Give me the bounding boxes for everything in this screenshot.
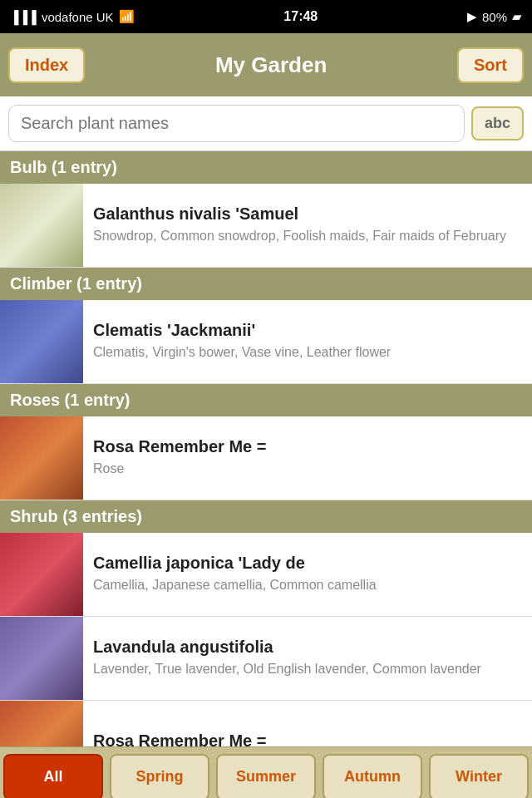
tab-autumn[interactable]: Autumn xyxy=(323,754,422,799)
plant-thumb-clematis xyxy=(0,300,83,383)
plant-info-rosa-remember-1: Rosa Remember Me =Rose xyxy=(83,416,532,500)
plant-name-rosa-remember-1: Rosa Remember Me = xyxy=(93,437,522,456)
tab-spring[interactable]: Spring xyxy=(110,754,209,799)
plant-item-camellia[interactable]: Camellia japonica 'Lady deCamellia, Japa… xyxy=(0,533,532,617)
signal-icon: ▐▐▐ xyxy=(10,10,37,24)
plant-aliases-galanthus: Snowdrop, Common snowdrop, Foolish maids… xyxy=(93,227,522,245)
section-header-climber: Climber (1 entry) xyxy=(0,268,532,300)
plant-thumb-lavandula xyxy=(0,617,83,700)
tab-winter[interactable]: Winter xyxy=(429,754,529,799)
section-header-shrub: Shrub (3 entries) xyxy=(0,500,532,533)
search-bar: abc xyxy=(0,96,532,151)
status-time: 17:48 xyxy=(283,9,318,24)
section-header-bulb: Bulb (1 entry) xyxy=(0,151,532,184)
plant-item-lavandula[interactable]: Lavandula angustifoliaLavender, True lav… xyxy=(0,617,532,701)
plant-item-clematis[interactable]: Clematis 'Jackmanii'Clematis, Virgin's b… xyxy=(0,300,532,384)
battery-icon: ▰ xyxy=(512,9,522,24)
status-left: ▐▐▐ vodafone UK 📶 xyxy=(10,9,135,24)
plant-info-clematis: Clematis 'Jackmanii'Clematis, Virgin's b… xyxy=(83,300,532,383)
sort-button[interactable]: Sort xyxy=(457,47,524,83)
plant-info-rosa-remember-2: Rosa Remember Me = xyxy=(83,701,532,746)
section-header-roses: Roses (1 entry) xyxy=(0,384,532,416)
plant-name-camellia: Camellia japonica 'Lady de xyxy=(93,554,522,573)
index-button[interactable]: Index xyxy=(8,47,85,83)
plant-thumb-galanthus xyxy=(0,184,83,267)
plant-info-galanthus: Galanthus nivalis 'SamuelSnowdrop, Commo… xyxy=(83,184,532,267)
plant-list: Bulb (1 entry)Galanthus nivalis 'SamuelS… xyxy=(0,151,532,746)
tab-bar: AllSpringSummerAutumnWinter xyxy=(0,746,532,798)
tab-all[interactable]: All xyxy=(3,754,103,799)
plant-aliases-rosa-remember-1: Rose xyxy=(93,460,522,478)
plant-aliases-clematis: Clematis, Virgin's bower, Vase vine, Lea… xyxy=(93,343,522,362)
plant-info-lavandula: Lavandula angustifoliaLavender, True lav… xyxy=(83,617,532,700)
plant-name-lavandula: Lavandula angustifolia xyxy=(93,638,522,657)
plant-thumb-rosa-remember-2 xyxy=(0,701,83,746)
search-input[interactable] xyxy=(8,105,465,142)
carrier-label: vodafone UK xyxy=(42,10,114,24)
battery-label: 80% xyxy=(482,10,507,24)
plant-item-rosa-remember-2[interactable]: Rosa Remember Me = xyxy=(0,701,532,746)
wifi-icon: 📶 xyxy=(119,9,135,24)
page-title: My Garden xyxy=(215,52,327,78)
abc-button[interactable]: abc xyxy=(471,106,524,140)
plant-name-galanthus: Galanthus nivalis 'Samuel xyxy=(93,204,522,224)
plant-aliases-lavandula: Lavender, True lavender, Old English lav… xyxy=(93,660,522,678)
plant-item-rosa-remember-1[interactable]: Rosa Remember Me =Rose xyxy=(0,416,532,500)
tab-summer[interactable]: Summer xyxy=(216,754,316,799)
plant-name-clematis: Clematis 'Jackmanii' xyxy=(93,321,522,340)
plant-info-camellia: Camellia japonica 'Lady deCamellia, Japa… xyxy=(83,533,532,616)
plant-name-rosa-remember-2: Rosa Remember Me = xyxy=(93,732,522,747)
plant-aliases-camellia: Camellia, Japanese camellia, Common came… xyxy=(93,576,522,594)
plant-item-galanthus[interactable]: Galanthus nivalis 'SamuelSnowdrop, Commo… xyxy=(0,184,532,268)
nav-bar: Index My Garden Sort xyxy=(0,33,532,96)
status-right: ▶ 80% ▰ xyxy=(467,9,522,24)
status-bar: ▐▐▐ vodafone UK 📶 17:48 ▶ 80% ▰ xyxy=(0,0,532,33)
plant-thumb-rosa-remember-1 xyxy=(0,416,83,500)
plant-thumb-camellia xyxy=(0,533,83,616)
location-icon: ▶ xyxy=(467,9,477,24)
